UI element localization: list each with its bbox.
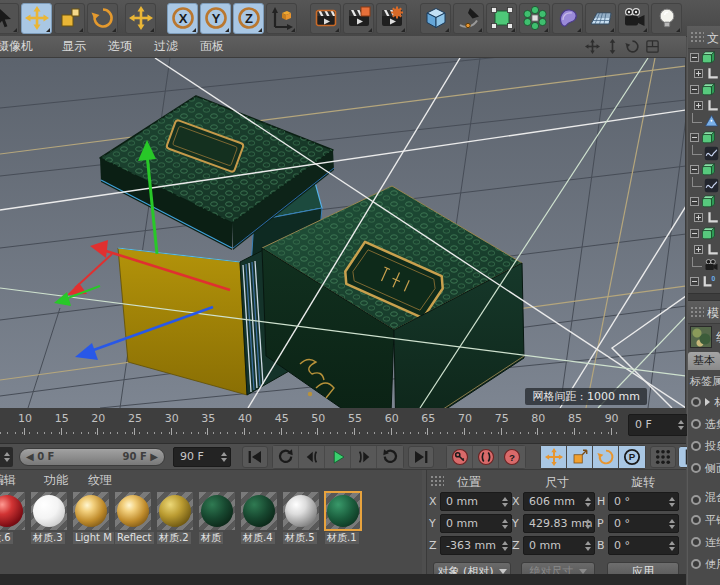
add-primitive-cube-button[interactable] — [420, 3, 451, 34]
expand-toggle-icon[interactable] — [690, 277, 699, 286]
material-preview-sphere[interactable] — [325, 492, 361, 530]
object-tree-row[interactable] — [688, 145, 720, 161]
spinner-icon[interactable] — [2, 447, 11, 467]
position-value-field[interactable]: -363 mm — [440, 536, 512, 555]
size-value-field[interactable]: 429.83 mm — [523, 514, 595, 533]
material-name-label[interactable]: 材质.3 — [31, 532, 65, 544]
menu-display[interactable]: 显示 — [62, 38, 86, 55]
expand-toggle-icon[interactable] — [690, 229, 699, 238]
material-preview-sphere[interactable] — [283, 492, 319, 530]
material-name-label[interactable]: Light M — [73, 532, 114, 544]
material-name-label[interactable]: 质.6 — [0, 532, 13, 544]
record-keyframe-button[interactable] — [447, 446, 473, 468]
spinner-icon[interactable] — [583, 515, 592, 532]
animation-dot-icon[interactable] — [691, 397, 701, 407]
expand-toggle-icon[interactable] — [694, 69, 703, 78]
attribute-row[interactable]: 选集 — [688, 413, 720, 435]
animation-dot-icon[interactable] — [691, 441, 701, 451]
render-picture-viewer-button[interactable] — [343, 3, 374, 34]
object-tree-row[interactable] — [688, 161, 720, 177]
previous-frame-button[interactable] — [299, 446, 325, 468]
animation-dot-icon[interactable] — [691, 559, 701, 569]
size-value-field[interactable]: 0 mm — [523, 536, 595, 555]
next-key-button[interactable] — [377, 446, 403, 468]
autokeying-button[interactable]: ? — [499, 446, 525, 468]
animation-dot-icon[interactable] — [691, 537, 701, 547]
add-light-button[interactable] — [651, 3, 682, 34]
attribute-row[interactable]: 连续 — [688, 531, 720, 553]
play-button[interactable] — [325, 446, 351, 468]
expand-toggle-icon[interactable] — [690, 53, 699, 62]
rotate-button[interactable] — [87, 3, 118, 34]
apply-button[interactable]: 应用 — [607, 562, 679, 574]
key-position-button[interactable] — [541, 446, 567, 468]
expand-toggle-icon[interactable] — [690, 85, 699, 94]
scale-button[interactable] — [54, 3, 85, 34]
object-tree-row[interactable] — [688, 177, 720, 193]
next-frame-button[interactable] — [351, 446, 377, 468]
material-item[interactable]: 材质.4 — [241, 492, 277, 544]
object-tree-row[interactable]: 0 — [688, 273, 720, 289]
material-name-label[interactable]: 材质 — [199, 532, 223, 544]
attribute-row[interactable]: 材质 — [688, 391, 720, 413]
panel-grip-icon[interactable] — [690, 31, 704, 43]
cube-object-icon[interactable] — [701, 162, 716, 177]
menu-options[interactable]: 选项 — [108, 38, 132, 55]
null-l-object-icon[interactable] — [705, 66, 720, 81]
menu-panel[interactable]: 面板 — [200, 38, 224, 55]
rotation-value-field[interactable]: 0 ° — [608, 492, 679, 511]
animation-dot-icon[interactable] — [691, 495, 701, 505]
material-preview-sphere[interactable] — [115, 492, 151, 530]
material-preview-sphere[interactable] — [31, 492, 67, 530]
spinner-icon[interactable] — [667, 537, 676, 554]
object-manager-menu-file[interactable]: 文 — [707, 30, 719, 47]
zoom-icon[interactable] — [605, 39, 620, 54]
lock-axis-z-button[interactable]: Z — [233, 3, 264, 34]
object-tree-row[interactable] — [688, 65, 720, 81]
null-l-object-icon[interactable] — [705, 98, 720, 113]
key-parameter-button[interactable]: P — [619, 446, 645, 468]
attribute-row[interactable]: 使用 — [688, 553, 720, 575]
object-tree-row[interactable] — [688, 209, 720, 225]
viewport-3d[interactable]: 网格间距 : 1000 mm — [0, 58, 686, 408]
move-button[interactable] — [21, 3, 52, 34]
expand-arrow-icon[interactable] — [705, 398, 710, 406]
object-tree-row[interactable] — [688, 81, 720, 97]
attribute-row[interactable]: 平铺 — [688, 509, 720, 531]
material-preview-sphere[interactable] — [241, 492, 277, 530]
panel-divider[interactable] — [688, 293, 720, 301]
cube-object-icon[interactable] — [701, 50, 716, 65]
material-name-label[interactable]: 材质.4 — [241, 532, 275, 544]
menu-function[interactable]: 功能 — [44, 472, 68, 489]
panel-grip-icon[interactable] — [430, 475, 444, 487]
material-name-label[interactable]: Reflect — [115, 532, 154, 544]
add-deformer-button[interactable] — [552, 3, 583, 34]
material-item[interactable]: Reflect — [115, 492, 151, 544]
current-frame-field[interactable]: 0 F — [628, 414, 688, 436]
end-frame-field[interactable]: 90 F — [173, 447, 231, 467]
spinner-icon[interactable] — [500, 493, 509, 510]
rotation-value-field[interactable]: 0 ° — [608, 536, 679, 555]
add-spline-pen-button[interactable] — [453, 3, 484, 34]
material-name-label[interactable]: 材质.5 — [283, 532, 317, 544]
animation-dot-icon[interactable] — [691, 463, 701, 473]
material-name-label[interactable]: 材质.2 — [157, 532, 191, 544]
position-value-field[interactable]: 0 mm — [440, 514, 512, 533]
material-item[interactable]: Light M — [73, 492, 109, 544]
menu-texture[interactable]: 纹理 — [88, 472, 112, 489]
render-view-button[interactable] — [310, 3, 341, 34]
menu-camera[interactable]: 摄像机 — [0, 38, 33, 55]
object-tree-row[interactable] — [688, 257, 720, 273]
spinner-icon[interactable] — [500, 537, 509, 554]
goto-end-button[interactable] — [408, 446, 434, 468]
expand-toggle-icon[interactable] — [690, 165, 699, 174]
material-preview-sphere[interactable] — [0, 492, 25, 530]
attribute-row[interactable]: 偏移 — [688, 575, 720, 585]
animation-dot-icon[interactable] — [691, 419, 701, 429]
cube-object-icon[interactable] — [701, 226, 716, 241]
expand-toggle-icon[interactable] — [694, 245, 703, 254]
expand-toggle-icon[interactable] — [690, 197, 699, 206]
expand-toggle-icon[interactable] — [694, 213, 703, 222]
texture-tag-row[interactable]: 纹 — [688, 324, 720, 350]
object-tree-row[interactable] — [688, 97, 720, 113]
